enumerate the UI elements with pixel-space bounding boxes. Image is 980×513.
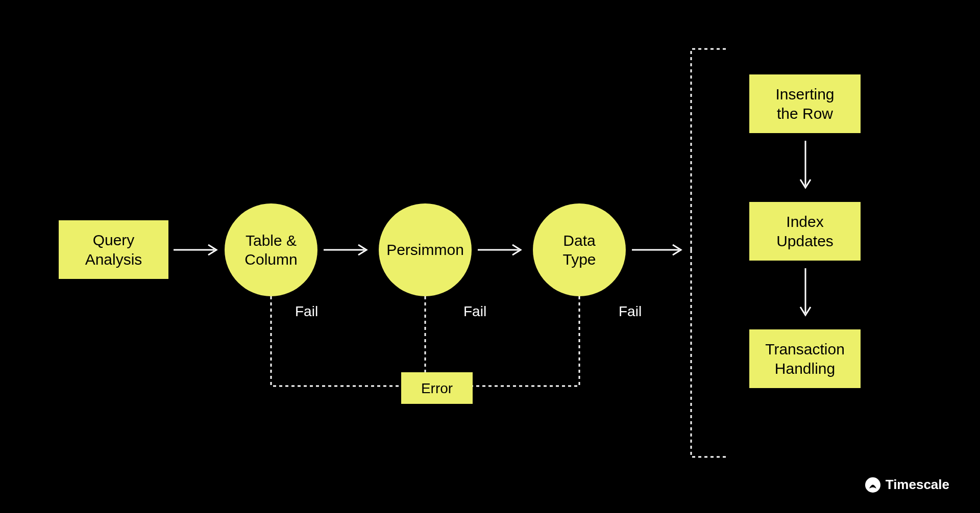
node-error: Error <box>401 372 473 404</box>
logo-icon <box>865 477 880 493</box>
logo-timescale: Timescale <box>865 477 949 493</box>
node-label: Error <box>421 379 453 397</box>
node-label: QueryAnalysis <box>85 230 142 269</box>
node-label: Table &Column <box>244 231 297 269</box>
node-label: IndexUpdates <box>776 212 834 250</box>
node-label: DataType <box>562 231 596 269</box>
diagram-canvas: QueryAnalysis Table &Column Persimmon Da… <box>0 0 980 513</box>
node-label: Persimmon <box>386 240 464 260</box>
dotted-datatype-to-error <box>473 296 582 389</box>
arrow-4 <box>630 243 687 257</box>
dotted-table-to-error <box>270 296 402 389</box>
arrow-3 <box>476 243 527 257</box>
label-fail-3: Fail <box>619 303 642 320</box>
logo-text: Timescale <box>886 477 949 493</box>
node-transaction-handling: TransactionHandling <box>749 329 861 388</box>
arrow-down-1 <box>798 139 813 194</box>
node-data-type: DataType <box>533 203 626 296</box>
node-query-analysis: QueryAnalysis <box>59 220 168 279</box>
node-label: TransactionHandling <box>765 340 845 378</box>
node-index-updates: IndexUpdates <box>749 202 861 261</box>
bracket-output <box>690 48 727 458</box>
arrow-1 <box>172 243 223 257</box>
node-label: Insertingthe Row <box>775 85 834 123</box>
arrow-down-2 <box>798 266 813 321</box>
node-inserting-row: Insertingthe Row <box>749 74 861 133</box>
node-persimmon: Persimmon <box>379 203 472 296</box>
node-table-column: Table &Column <box>225 203 317 296</box>
arrow-2 <box>322 243 373 257</box>
dotted-persimmon-to-error <box>424 296 428 372</box>
